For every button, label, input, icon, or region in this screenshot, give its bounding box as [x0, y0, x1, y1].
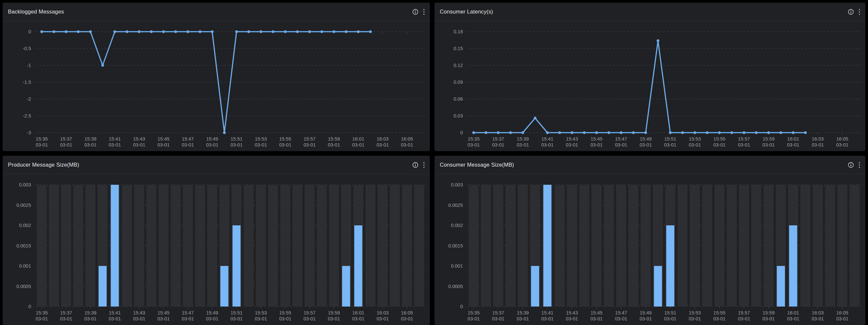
svg-text:03-01: 03-01 — [133, 142, 145, 148]
info-icon[interactable] — [847, 162, 854, 168]
svg-text:03-01: 03-01 — [836, 316, 848, 321]
svg-text:03-01: 03-01 — [328, 316, 340, 321]
svg-text:0.12: 0.12 — [454, 63, 463, 68]
svg-text:15:35: 15:35 — [467, 136, 479, 141]
svg-text:15:57: 15:57 — [738, 136, 750, 141]
kebab-menu-icon[interactable] — [423, 161, 425, 169]
svg-text:16:01: 16:01 — [787, 310, 799, 316]
info-icon[interactable] — [847, 8, 854, 15]
svg-text:15:47: 15:47 — [615, 136, 627, 141]
svg-text:15:47: 15:47 — [615, 310, 627, 316]
svg-text:15:45: 15:45 — [591, 136, 602, 141]
svg-text:03-01: 03-01 — [713, 142, 725, 148]
svg-text:15:39: 15:39 — [517, 310, 529, 316]
svg-text:03-01: 03-01 — [517, 142, 529, 148]
svg-text:0.03: 0.03 — [454, 113, 463, 119]
svg-text:15:59: 15:59 — [328, 310, 340, 316]
svg-text:0: 0 — [460, 130, 463, 135]
svg-text:15:55: 15:55 — [713, 136, 725, 141]
svg-text:16:03: 16:03 — [812, 136, 824, 141]
svg-text:15:41: 15:41 — [109, 310, 121, 316]
svg-text:0.002: 0.002 — [19, 223, 31, 228]
svg-text:03-01: 03-01 — [401, 316, 413, 321]
svg-text:03-01: 03-01 — [615, 142, 627, 148]
kebab-menu-icon[interactable] — [858, 161, 861, 169]
svg-text:03-01: 03-01 — [376, 142, 389, 148]
svg-text:03-01: 03-01 — [689, 316, 701, 321]
svg-text:0.15: 0.15 — [454, 46, 463, 51]
svg-text:03-01: 03-01 — [108, 142, 121, 148]
svg-text:16:03: 16:03 — [377, 310, 389, 316]
svg-text:15:41: 15:41 — [541, 310, 553, 316]
chart-canvas[interactable]: 0.0030.00250.0020.00150.0010.0005015:350… — [434, 174, 865, 325]
svg-text:03-01: 03-01 — [762, 316, 775, 321]
panel-title: Consumer Message Size(MB) — [440, 162, 514, 168]
kebab-menu-icon[interactable] — [423, 8, 425, 15]
svg-text:03-01: 03-01 — [640, 316, 652, 321]
svg-text:03-01: 03-01 — [328, 142, 340, 148]
chart-canvas[interactable]: 0-0.5-1-1.5-2-2.5-315:3503-0115:3703-011… — [3, 21, 430, 151]
svg-text:15:45: 15:45 — [157, 310, 169, 316]
svg-text:03-01: 03-01 — [811, 142, 824, 148]
svg-text:03-01: 03-01 — [376, 316, 389, 321]
svg-text:15:41: 15:41 — [109, 136, 121, 141]
info-icon[interactable] — [412, 8, 418, 15]
metrics-dashboard: Backlogged Messages 0-0.5-1-1.5-2-2.5-31… — [0, 0, 868, 325]
svg-text:15:45: 15:45 — [157, 136, 169, 141]
chart-canvas[interactable]: 0.180.150.120.090.060.03015:3503-0115:37… — [434, 21, 865, 151]
svg-text:03-01: 03-01 — [84, 316, 96, 321]
svg-text:0: 0 — [28, 304, 31, 309]
svg-text:15:43: 15:43 — [133, 136, 145, 141]
svg-text:0.0005: 0.0005 — [17, 284, 31, 289]
svg-text:03-01: 03-01 — [108, 316, 121, 321]
panel-header: Consumer Message Size(MB) — [434, 156, 865, 174]
svg-text:03-01: 03-01 — [206, 142, 218, 148]
svg-text:03-01: 03-01 — [541, 316, 553, 321]
svg-text:15:35: 15:35 — [36, 136, 48, 141]
svg-text:16:01: 16:01 — [352, 310, 364, 316]
svg-text:03-01: 03-01 — [303, 142, 316, 148]
svg-text:03-01: 03-01 — [689, 142, 701, 148]
svg-text:15:47: 15:47 — [182, 310, 194, 316]
svg-text:03-01: 03-01 — [255, 316, 267, 321]
svg-text:15:49: 15:49 — [206, 136, 218, 141]
svg-text:03-01: 03-01 — [230, 316, 243, 321]
svg-text:16:03: 16:03 — [812, 310, 824, 316]
svg-text:03-01: 03-01 — [566, 316, 578, 321]
svg-text:0.003: 0.003 — [451, 182, 463, 187]
svg-text:15:55: 15:55 — [713, 310, 725, 316]
svg-text:03-01: 03-01 — [230, 142, 243, 148]
chart-backlogged-messages[interactable]: 0-0.5-1-1.5-2-2.5-315:3503-0115:3703-011… — [3, 21, 430, 151]
svg-text:15:47: 15:47 — [182, 136, 194, 141]
svg-text:15:53: 15:53 — [689, 136, 701, 141]
chart-producer-message-size[interactable]: 0.0030.00250.0020.00150.0010.0005015:350… — [3, 174, 430, 325]
svg-text:16:05: 16:05 — [401, 310, 413, 316]
svg-text:0: 0 — [28, 29, 31, 34]
kebab-menu-icon[interactable] — [858, 8, 861, 15]
svg-text:15:49: 15:49 — [206, 310, 218, 316]
svg-text:03-01: 03-01 — [836, 142, 848, 148]
chart-consumer-message-size[interactable]: 0.0030.00250.0020.00150.0010.0005015:350… — [434, 174, 865, 325]
chart-canvas[interactable]: 0.0030.00250.0020.00150.0010.0005015:350… — [3, 174, 430, 325]
info-icon[interactable] — [412, 162, 418, 168]
svg-text:15:41: 15:41 — [541, 136, 553, 141]
svg-text:03-01: 03-01 — [664, 316, 677, 321]
svg-text:03-01: 03-01 — [738, 316, 750, 321]
svg-text:03-01: 03-01 — [492, 316, 504, 321]
svg-text:15:45: 15:45 — [591, 310, 602, 316]
panel-header: Consumer Latency(s) — [434, 3, 865, 21]
chart-consumer-latency[interactable]: 0.180.150.120.090.060.03015:3503-0115:37… — [434, 21, 865, 151]
svg-text:03-01: 03-01 — [352, 142, 365, 148]
panel-backlogged-messages: Backlogged Messages 0-0.5-1-1.5-2-2.5-31… — [3, 3, 430, 151]
svg-text:0.003: 0.003 — [19, 182, 31, 187]
svg-text:15:39: 15:39 — [517, 136, 529, 141]
svg-text:15:59: 15:59 — [763, 136, 775, 141]
svg-text:03-01: 03-01 — [279, 142, 291, 148]
svg-text:03-01: 03-01 — [566, 142, 578, 148]
svg-text:15:37: 15:37 — [60, 310, 72, 316]
svg-text:16:05: 16:05 — [836, 136, 848, 141]
svg-text:03-01: 03-01 — [517, 316, 529, 321]
svg-text:03-01: 03-01 — [541, 142, 553, 148]
svg-text:03-01: 03-01 — [60, 316, 72, 321]
svg-text:16:05: 16:05 — [401, 136, 413, 141]
